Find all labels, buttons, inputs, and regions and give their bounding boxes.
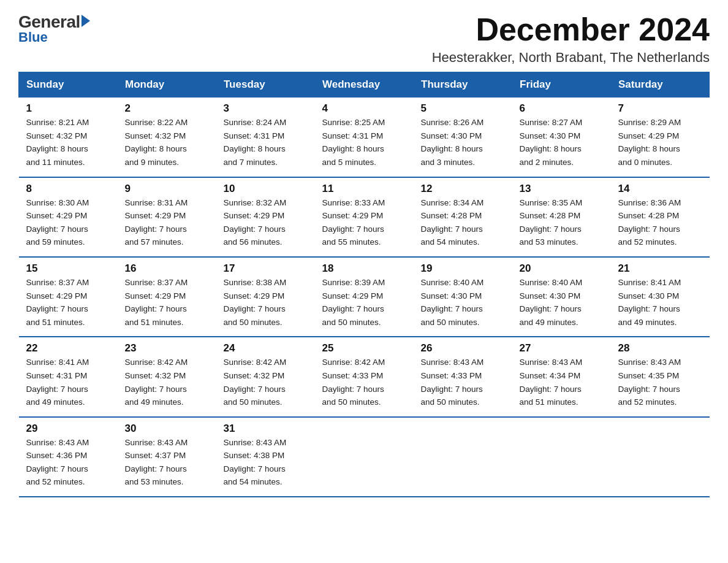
column-header-wednesday: Wednesday [315, 72, 414, 98]
calendar-cell: 16Sunrise: 8:37 AM Sunset: 4:29 PM Dayli… [118, 257, 216, 337]
day-info: Sunrise: 8:42 AM Sunset: 4:32 PM Dayligh… [125, 356, 209, 408]
day-info: Sunrise: 8:43 AM Sunset: 4:33 PM Dayligh… [421, 356, 505, 408]
day-info: Sunrise: 8:33 AM Sunset: 4:29 PM Dayligh… [322, 196, 406, 249]
day-info: Sunrise: 8:24 AM Sunset: 4:31 PM Dayligh… [224, 116, 308, 169]
day-info: Sunrise: 8:43 AM Sunset: 4:35 PM Dayligh… [618, 356, 702, 408]
day-number: 22 [26, 342, 110, 354]
calendar-cell: 7Sunrise: 8:29 AM Sunset: 4:29 PM Daylig… [611, 98, 710, 177]
calendar-cell: 8Sunrise: 8:30 AM Sunset: 4:29 PM Daylig… [19, 177, 118, 257]
calendar-body: 1Sunrise: 8:21 AM Sunset: 4:32 PM Daylig… [19, 98, 710, 497]
day-number: 7 [618, 102, 702, 115]
day-info: Sunrise: 8:40 AM Sunset: 4:30 PM Dayligh… [421, 276, 505, 329]
day-number: 13 [520, 183, 604, 195]
day-info: Sunrise: 8:31 AM Sunset: 4:29 PM Dayligh… [125, 196, 209, 249]
calendar-cell: 11Sunrise: 8:33 AM Sunset: 4:29 PM Dayli… [315, 177, 414, 257]
day-number: 5 [421, 102, 505, 115]
header: General Blue December 2024 Heesterakker,… [18, 12, 710, 66]
calendar-cell: 30Sunrise: 8:43 AM Sunset: 4:37 PM Dayli… [118, 417, 216, 497]
day-number: 15 [26, 262, 110, 275]
calendar-cell [512, 417, 611, 497]
calendar-header-row: SundayMondayTuesdayWednesdayThursdayFrid… [19, 72, 710, 98]
day-info: Sunrise: 8:26 AM Sunset: 4:30 PM Dayligh… [421, 116, 505, 169]
calendar-cell: 3Sunrise: 8:24 AM Sunset: 4:31 PM Daylig… [216, 98, 315, 177]
calendar-cell: 12Sunrise: 8:34 AM Sunset: 4:28 PM Dayli… [414, 177, 512, 257]
day-number: 23 [125, 342, 209, 354]
day-info: Sunrise: 8:36 AM Sunset: 4:28 PM Dayligh… [618, 196, 702, 249]
day-number: 31 [224, 423, 308, 435]
calendar-cell: 31Sunrise: 8:43 AM Sunset: 4:38 PM Dayli… [216, 417, 315, 497]
day-number: 6 [520, 102, 604, 115]
day-info: Sunrise: 8:43 AM Sunset: 4:34 PM Dayligh… [520, 356, 604, 408]
day-number: 14 [618, 183, 702, 195]
day-number: 27 [520, 342, 604, 354]
column-header-saturday: Saturday [611, 72, 710, 98]
day-number: 30 [125, 423, 209, 435]
calendar-cell: 26Sunrise: 8:43 AM Sunset: 4:33 PM Dayli… [414, 337, 512, 416]
calendar-cell: 5Sunrise: 8:26 AM Sunset: 4:30 PM Daylig… [414, 98, 512, 177]
day-number: 12 [421, 183, 505, 195]
day-number: 2 [125, 102, 209, 115]
calendar-week-row: 29Sunrise: 8:43 AM Sunset: 4:36 PM Dayli… [19, 417, 710, 497]
day-number: 3 [224, 102, 308, 115]
logo-blue-text: Blue [18, 29, 48, 45]
calendar-cell: 1Sunrise: 8:21 AM Sunset: 4:32 PM Daylig… [19, 98, 118, 177]
day-info: Sunrise: 8:29 AM Sunset: 4:29 PM Dayligh… [618, 116, 702, 169]
day-info: Sunrise: 8:37 AM Sunset: 4:29 PM Dayligh… [125, 276, 209, 329]
day-info: Sunrise: 8:43 AM Sunset: 4:36 PM Dayligh… [26, 436, 110, 489]
calendar-cell: 19Sunrise: 8:40 AM Sunset: 4:30 PM Dayli… [414, 257, 512, 337]
subtitle: Heesterakker, North Brabant, The Netherl… [432, 50, 710, 66]
calendar-cell: 24Sunrise: 8:42 AM Sunset: 4:32 PM Dayli… [216, 337, 315, 416]
calendar-cell: 18Sunrise: 8:39 AM Sunset: 4:29 PM Dayli… [315, 257, 414, 337]
day-number: 29 [26, 423, 110, 435]
day-info: Sunrise: 8:30 AM Sunset: 4:29 PM Dayligh… [26, 196, 110, 249]
calendar-cell: 6Sunrise: 8:27 AM Sunset: 4:30 PM Daylig… [512, 98, 611, 177]
day-number: 10 [224, 183, 308, 195]
day-number: 24 [224, 342, 308, 354]
day-info: Sunrise: 8:38 AM Sunset: 4:29 PM Dayligh… [224, 276, 308, 329]
title-area: December 2024 Heesterakker, North Braban… [432, 12, 710, 66]
calendar-cell [414, 417, 512, 497]
calendar-cell [611, 417, 710, 497]
calendar-week-row: 15Sunrise: 8:37 AM Sunset: 4:29 PM Dayli… [19, 257, 710, 337]
column-header-tuesday: Tuesday [216, 72, 315, 98]
calendar-cell: 27Sunrise: 8:43 AM Sunset: 4:34 PM Dayli… [512, 337, 611, 416]
day-info: Sunrise: 8:42 AM Sunset: 4:32 PM Dayligh… [224, 356, 308, 408]
day-info: Sunrise: 8:34 AM Sunset: 4:28 PM Dayligh… [421, 196, 505, 249]
day-info: Sunrise: 8:21 AM Sunset: 4:32 PM Dayligh… [26, 116, 110, 169]
calendar-cell: 15Sunrise: 8:37 AM Sunset: 4:29 PM Dayli… [19, 257, 118, 337]
day-number: 9 [125, 183, 209, 195]
day-number: 21 [618, 262, 702, 275]
day-info: Sunrise: 8:41 AM Sunset: 4:31 PM Dayligh… [26, 356, 110, 408]
day-info: Sunrise: 8:25 AM Sunset: 4:31 PM Dayligh… [322, 116, 406, 169]
day-info: Sunrise: 8:35 AM Sunset: 4:28 PM Dayligh… [520, 196, 604, 249]
day-number: 26 [421, 342, 505, 354]
day-number: 8 [26, 183, 110, 195]
day-info: Sunrise: 8:43 AM Sunset: 4:37 PM Dayligh… [125, 436, 209, 489]
calendar-week-row: 22Sunrise: 8:41 AM Sunset: 4:31 PM Dayli… [19, 337, 710, 416]
calendar-cell: 29Sunrise: 8:43 AM Sunset: 4:36 PM Dayli… [19, 417, 118, 497]
calendar-table: SundayMondayTuesdayWednesdayThursdayFrid… [18, 72, 710, 497]
calendar-header: SundayMondayTuesdayWednesdayThursdayFrid… [19, 72, 710, 98]
column-header-monday: Monday [118, 72, 216, 98]
calendar-cell: 22Sunrise: 8:41 AM Sunset: 4:31 PM Dayli… [19, 337, 118, 416]
calendar-cell: 4Sunrise: 8:25 AM Sunset: 4:31 PM Daylig… [315, 98, 414, 177]
calendar-week-row: 1Sunrise: 8:21 AM Sunset: 4:32 PM Daylig… [19, 98, 710, 177]
calendar-cell: 28Sunrise: 8:43 AM Sunset: 4:35 PM Dayli… [611, 337, 710, 416]
calendar-cell [315, 417, 414, 497]
calendar-cell: 20Sunrise: 8:40 AM Sunset: 4:30 PM Dayli… [512, 257, 611, 337]
calendar-cell: 9Sunrise: 8:31 AM Sunset: 4:29 PM Daylig… [118, 177, 216, 257]
day-info: Sunrise: 8:41 AM Sunset: 4:30 PM Dayligh… [618, 276, 702, 329]
day-number: 19 [421, 262, 505, 275]
day-info: Sunrise: 8:42 AM Sunset: 4:33 PM Dayligh… [322, 356, 406, 408]
day-info: Sunrise: 8:37 AM Sunset: 4:29 PM Dayligh… [26, 276, 110, 329]
calendar-cell: 14Sunrise: 8:36 AM Sunset: 4:28 PM Dayli… [611, 177, 710, 257]
day-info: Sunrise: 8:22 AM Sunset: 4:32 PM Dayligh… [125, 116, 209, 169]
calendar-cell: 25Sunrise: 8:42 AM Sunset: 4:33 PM Dayli… [315, 337, 414, 416]
logo-arrow-icon [82, 15, 90, 27]
column-header-sunday: Sunday [19, 72, 118, 98]
calendar-cell: 17Sunrise: 8:38 AM Sunset: 4:29 PM Dayli… [216, 257, 315, 337]
day-number: 4 [322, 102, 406, 115]
logo: General Blue [18, 12, 90, 45]
calendar-cell: 10Sunrise: 8:32 AM Sunset: 4:29 PM Dayli… [216, 177, 315, 257]
day-number: 1 [26, 102, 110, 115]
